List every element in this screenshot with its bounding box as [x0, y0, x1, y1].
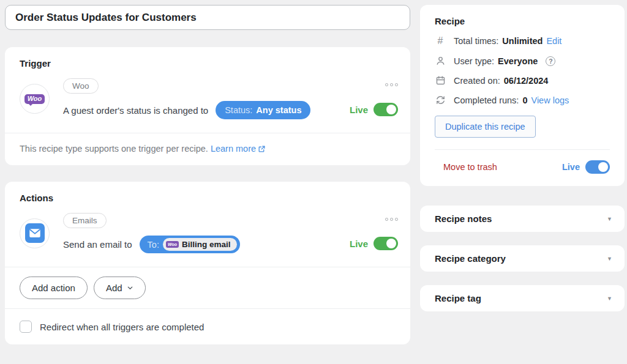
- status-value: Any status: [256, 105, 301, 115]
- trigger-live-toggle[interactable]: Live: [350, 103, 398, 119]
- caret-down-icon: ▼: [607, 295, 612, 302]
- calendar-icon: [435, 75, 446, 86]
- edit-total-times-link[interactable]: Edit: [546, 36, 561, 46]
- trigger-status-button[interactable]: Status: Any status: [216, 101, 310, 119]
- question-icon[interactable]: ?: [546, 56, 555, 66]
- trigger-menu-icon[interactable]: [385, 83, 398, 86]
- emails-integration-icon: [20, 218, 50, 248]
- trigger-sentence: A guest order's status is changed to: [63, 105, 208, 116]
- caret-down-icon: ▼: [607, 256, 612, 262]
- action-item: Emails Send an email to To: Woo Billing …: [5, 204, 410, 267]
- recipe-toggle-switch[interactable]: [585, 160, 610, 174]
- action-toggle-switch[interactable]: [374, 237, 398, 250]
- main-column: Trigger Woo Woo A guest order's status i…: [5, 5, 410, 344]
- action-live-toggle[interactable]: Live: [350, 237, 398, 253]
- action-to-button[interactable]: To: Woo Billing email: [140, 236, 240, 253]
- actions-panel: Actions Emails Send an email to To: Woo: [5, 182, 410, 344]
- accordion-recipe-notes[interactable]: Recipe notes ▼: [420, 206, 625, 232]
- add-dropdown-button[interactable]: Add: [94, 277, 146, 299]
- page-layout: Trigger Woo Woo A guest order's status i…: [0, 0, 627, 349]
- action-menu-icon[interactable]: [385, 218, 398, 221]
- actions-panel-header: Actions: [5, 182, 410, 204]
- view-logs-link[interactable]: View logs: [531, 95, 569, 105]
- recipe-footer: Move to trash Live: [435, 149, 610, 174]
- token-label: Billing email: [182, 240, 231, 249]
- trigger-panel-header: Trigger: [5, 47, 410, 70]
- sidebar: Recipe # Total times: Unlimited Edit Use…: [420, 5, 625, 344]
- trigger-note: This recipe type supports one trigger pe…: [5, 133, 410, 165]
- chevron-down-icon: [127, 284, 133, 291]
- action-live-label: Live: [350, 239, 368, 249]
- user-icon: [435, 56, 446, 66]
- woo-logo-icon: Woo: [24, 94, 45, 104]
- billing-email-token: Woo Billing email: [163, 238, 237, 251]
- move-to-trash-link[interactable]: Move to trash: [435, 162, 497, 172]
- recipe-live-label: Live: [562, 162, 580, 172]
- completed-runs-row: Completed runs: 0 View logs: [435, 95, 610, 105]
- accordion-recipe-category[interactable]: Recipe category ▼: [420, 245, 625, 272]
- recipe-panel: Recipe # Total times: Unlimited Edit Use…: [420, 5, 625, 186]
- woo-integration-icon: Woo: [20, 84, 50, 114]
- external-link-icon: [258, 145, 266, 153]
- action-integration-badge: Emails: [63, 213, 107, 228]
- recipe-title-input[interactable]: [5, 5, 410, 30]
- created-on-row: Created on: 06/12/2024: [435, 75, 610, 86]
- to-prefix: To:: [148, 240, 159, 250]
- hash-icon: #: [435, 35, 446, 46]
- add-action-button[interactable]: Add action: [20, 277, 88, 299]
- action-sentence: Send an email to: [63, 239, 132, 250]
- actions-footer: Add action Add: [5, 267, 410, 308]
- trigger-toggle-switch[interactable]: [374, 103, 398, 116]
- trigger-panel: Trigger Woo Woo A guest order's status i…: [5, 47, 410, 165]
- trigger-integration-badge: Woo: [63, 78, 99, 94]
- redirect-checkbox[interactable]: [20, 321, 32, 333]
- redirect-row: Redirect when all triggers are completed: [5, 308, 410, 344]
- trigger-note-text: This recipe type supports one trigger pe…: [20, 144, 208, 154]
- redirect-checkbox-label: Redirect when all triggers are completed: [40, 322, 204, 332]
- user-type-row: User type: Everyone ?: [435, 56, 610, 66]
- status-prefix: Status:: [225, 105, 252, 115]
- trigger-live-label: Live: [350, 105, 368, 115]
- caret-down-icon: ▼: [607, 216, 612, 222]
- woo-token-icon: Woo: [166, 241, 179, 248]
- total-times-row: # Total times: Unlimited Edit: [435, 35, 610, 46]
- recipe-panel-header: Recipe: [435, 16, 610, 26]
- recipe-live-toggle[interactable]: Live: [562, 160, 610, 174]
- email-icon: [25, 223, 45, 243]
- duplicate-recipe-button[interactable]: Duplicate this recipe: [435, 116, 536, 138]
- runs-icon: [435, 95, 446, 105]
- trigger-item: Woo Woo A guest order's status is change…: [5, 70, 410, 133]
- learn-more-link[interactable]: Learn more: [211, 144, 266, 154]
- accordion-recipe-tag[interactable]: Recipe tag ▼: [420, 285, 625, 311]
